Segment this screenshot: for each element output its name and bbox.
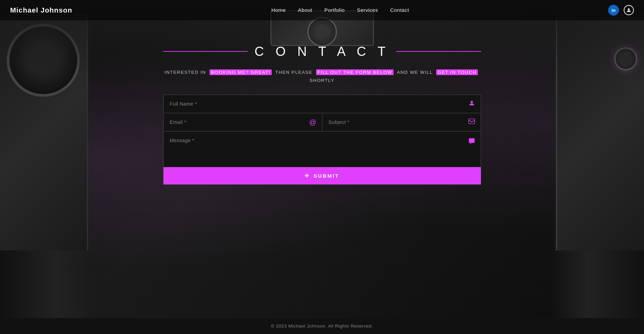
chat-icon xyxy=(468,138,475,146)
at-icon: @ xyxy=(309,118,316,126)
subtitle-highlight3: GET IN TOUCH xyxy=(436,69,478,75)
subtitle-mid: THEN PLEASE xyxy=(275,70,312,75)
person-icon xyxy=(468,99,475,108)
hero-background: C O N T A C T INTERESTED IN BOOKING ME? … xyxy=(0,0,644,318)
svg-point-1 xyxy=(470,101,473,103)
form-row-email-subject: @ xyxy=(163,113,481,131)
contact-title-wrap: C O N T A C T xyxy=(163,44,481,59)
svg-point-0 xyxy=(628,8,629,10)
contact-title: C O N T A C T xyxy=(248,44,396,59)
svg-rect-3 xyxy=(469,138,474,143)
contact-form: @ ✈ xyxy=(163,94,481,185)
nav-about[interactable]: About xyxy=(298,7,312,13)
subtitle-prefix: INTERESTED IN xyxy=(164,70,206,75)
footer: © 2023 Michael Johnson. All Rights Reser… xyxy=(0,318,644,334)
message-input[interactable] xyxy=(164,132,481,165)
nav-contact[interactable]: Contact xyxy=(390,7,409,13)
submit-button[interactable]: ✈ SUBMIT xyxy=(163,167,481,184)
message-field xyxy=(163,131,481,167)
nav-portfolio[interactable]: Portfolio xyxy=(325,7,345,13)
form-row-name xyxy=(163,95,481,113)
submit-label: SUBMIT xyxy=(313,173,339,179)
envelope-icon xyxy=(468,118,475,126)
navbar: Michael Johnson Home About Portfolio Ser… xyxy=(0,0,644,20)
subtitle-highlight1: BOOKING ME? GREAT! xyxy=(209,69,272,75)
send-icon: ✈ xyxy=(305,173,310,179)
subject-input[interactable] xyxy=(323,113,481,131)
linkedin-icon[interactable]: in xyxy=(608,5,619,16)
full-name-input[interactable] xyxy=(164,95,481,113)
nav-home[interactable]: Home xyxy=(271,7,286,13)
nav-services[interactable]: Services xyxy=(357,7,378,13)
subject-field xyxy=(322,113,481,131)
contact-subtitle: INTERESTED IN BOOKING ME? GREAT! THEN PL… xyxy=(163,68,481,85)
email-input[interactable] xyxy=(164,113,322,131)
subtitle-highlight2: FILL OUT THE FORM BELOW xyxy=(316,69,394,75)
title-line-left xyxy=(163,51,248,52)
subtitle-suffix: SHORTLY xyxy=(310,78,334,83)
form-row-message xyxy=(163,131,481,167)
brand-name: Michael Johnson xyxy=(10,6,72,14)
subtitle-mid2: AND WE WILL xyxy=(397,70,433,75)
full-name-field xyxy=(163,95,481,113)
email-field: @ xyxy=(163,113,322,131)
contact-section: C O N T A C T INTERESTED IN BOOKING ME? … xyxy=(156,44,488,185)
footer-text: © 2023 Michael Johnson. All Rights Reser… xyxy=(271,324,373,329)
profile-icon[interactable] xyxy=(624,5,634,15)
nav-icon-group: in xyxy=(608,5,634,16)
svg-rect-2 xyxy=(469,119,475,124)
nav-links: Home About Portfolio Services Contact xyxy=(271,7,409,13)
title-line-right xyxy=(396,51,481,52)
